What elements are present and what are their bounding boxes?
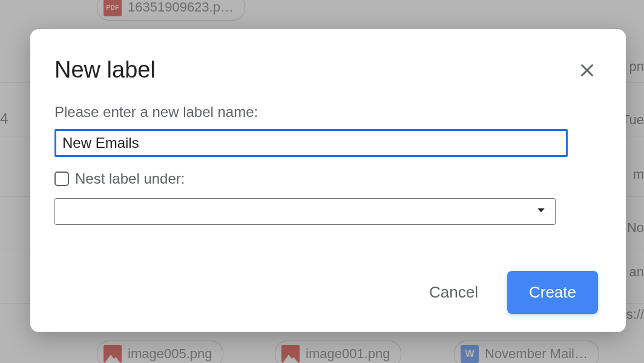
parent-label-select[interactable]	[54, 198, 556, 225]
dialog-header: New label	[54, 57, 602, 83]
close-icon[interactable]	[579, 62, 596, 79]
create-button[interactable]: Create	[507, 271, 598, 314]
nest-label-checkbox[interactable]	[54, 172, 69, 186]
dialog-title: New label	[54, 57, 156, 83]
nest-label-row: Nest label under:	[54, 170, 602, 187]
label-name-input[interactable]	[54, 129, 568, 157]
parent-label-select-wrap	[54, 198, 556, 225]
new-label-dialog: New label Please enter a new label name:…	[30, 29, 626, 332]
cancel-button[interactable]: Cancel	[429, 283, 478, 302]
label-name-prompt: Please enter a new label name:	[54, 104, 602, 121]
nest-label-checkbox-label: Nest label under:	[75, 170, 185, 187]
dialog-footer: Cancel Create	[54, 271, 602, 314]
